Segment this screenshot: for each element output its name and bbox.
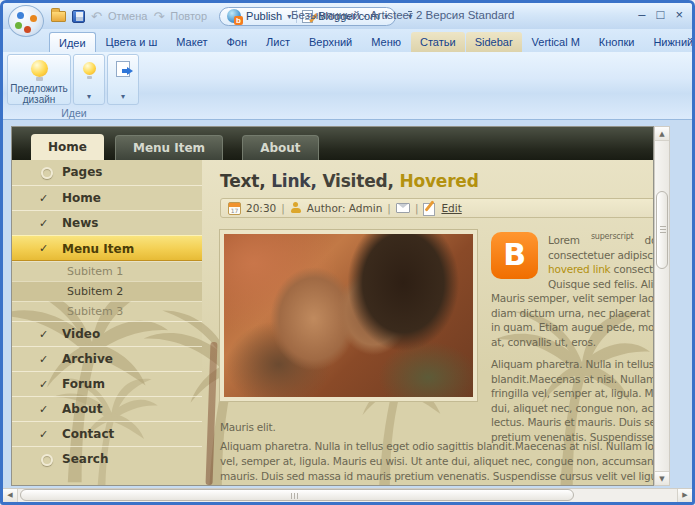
hovered-link[interactable]: hovered link	[548, 263, 610, 275]
suggest-design-label: Предложить дизайн	[8, 83, 70, 105]
scroll-up-icon[interactable]: ▲	[655, 127, 669, 141]
close-button[interactable]: ×	[675, 7, 683, 22]
ideas-group-label: Идеи	[7, 107, 141, 119]
ribbon-tab-menyu[interactable]: Меню	[362, 32, 410, 52]
minimize-button[interactable]: –	[638, 7, 645, 22]
check-icon: ✓	[39, 422, 48, 447]
save-icon[interactable]	[72, 10, 85, 23]
site-tab-about[interactable]: About	[242, 135, 318, 160]
sidebar-item-label: Menu Item	[62, 242, 134, 256]
ribbon-tab-sidebar[interactable]: Sidebar	[466, 32, 522, 52]
article-text-line: lectus. Mauris et mauris. Duis se	[491, 415, 653, 430]
site-tab-menu-item[interactable]: Menu Item	[115, 135, 223, 160]
text-part: dolor	[645, 234, 654, 246]
ribbon-tab-knopki[interactable]: Кнопки	[590, 32, 644, 52]
meta-separator: |	[387, 202, 391, 214]
ribbon-tab-cveta[interactable]: Цвета и ш	[97, 32, 167, 52]
meta-separator: |	[415, 202, 419, 214]
check-icon: ✓	[39, 372, 48, 397]
ribbon-tab-verhnij[interactable]: Верхний	[300, 32, 361, 52]
ring-icon	[41, 454, 53, 466]
article-row: B Loremsuperscriptdolorconsectetuer adip…	[220, 230, 653, 401]
sidebar-item-menu-item[interactable]: ✓Menu Item	[12, 235, 202, 261]
undo-button[interactable]: Отмена	[108, 10, 147, 22]
app-menu-button[interactable]	[8, 5, 44, 37]
titlebar: ↶ Отмена ↷ Повтор Publish ▾ Blogger.com …	[3, 3, 692, 29]
sidebar-item-label: About	[62, 402, 102, 416]
sidebar-item-label: Pages	[62, 165, 102, 179]
sidebar-item-label: Forum	[62, 377, 105, 391]
lightbulb-icon	[31, 60, 48, 77]
vertical-scrollbar[interactable]: ▲ ▼	[654, 126, 670, 486]
sidebar-item-label: Contact	[62, 427, 114, 441]
ribbon-tab-stati[interactable]: Статьи	[411, 32, 465, 52]
ribbon-tab-maket[interactable]: Макет	[167, 32, 216, 52]
email-icon[interactable]	[396, 203, 410, 213]
dropdown-icon[interactable]: ▾	[121, 92, 125, 101]
edit-link[interactable]: Edit	[441, 202, 461, 214]
site-tab-home[interactable]: Home	[31, 134, 104, 160]
sidebar-item-about[interactable]: ✓About	[12, 396, 202, 421]
sidebar-item-video[interactable]: ✓Video	[12, 321, 202, 346]
sidebar-item-archive[interactable]: ✓Archive	[12, 346, 202, 371]
sidebar-item-subitem-3[interactable]: Subitem 3	[12, 301, 202, 321]
redo-button[interactable]: Повтор	[170, 10, 207, 22]
maximize-button[interactable]: □	[657, 7, 665, 22]
article-text-line: fringilla vel, semper at, ligula. Mauris	[491, 386, 653, 401]
post-author: Author: Admin	[307, 202, 383, 214]
dropdown-icon[interactable]: ▾	[87, 92, 91, 101]
sidebar-item-label: Subitem 2	[67, 285, 123, 298]
post-time: 20:30	[246, 202, 276, 214]
check-icon: ✓	[39, 397, 48, 422]
vertical-scroll-thumb[interactable]	[656, 191, 668, 269]
heading-part: Visited,	[322, 171, 399, 191]
ribbon-tabs: ИдеиЦвета и шМакетФонЛистВерхнийМенюСтат…	[49, 32, 695, 52]
text-part: consectetue	[610, 263, 653, 275]
sidebar-item-home[interactable]: ✓Home	[12, 185, 202, 210]
check-icon: ✓	[39, 322, 48, 347]
sidebar-item-search[interactable]: Search	[12, 446, 202, 471]
sidebar-item-label: Subitem 3	[67, 305, 123, 318]
ring-icon	[41, 167, 53, 179]
article-text-line: mauris. Duis sed massa id mauris pretium…	[220, 469, 653, 484]
horizontal-scrollbar[interactable]: ◀ ▶	[3, 488, 692, 503]
article-text-line: in quam. Etiam augue pede, moles	[491, 320, 653, 335]
ideas-group: Предложить дизайн ▾ ▾	[7, 54, 139, 105]
check-icon: ✓	[39, 186, 48, 211]
scroll-right-icon[interactable]: ▶	[677, 489, 692, 502]
article-text-line: blandit.Maecenas at nisl. Nullam lore	[491, 372, 653, 387]
suggest-colors-button[interactable]: ▾	[73, 54, 105, 105]
sidebar-item-forum[interactable]: ✓Forum	[12, 371, 202, 396]
ribbon-tab-nizhnij[interactable]: Нижний к	[644, 32, 695, 52]
horizontal-scroll-thumb[interactable]	[20, 489, 574, 501]
scroll-left-icon[interactable]: ◀	[3, 489, 18, 502]
export-button[interactable]: ▾	[107, 54, 139, 105]
ribbon-tab-idei[interactable]: Идеи	[49, 32, 96, 52]
text-part: Quisque sed felis. Aliqua	[548, 278, 653, 290]
calendar-icon	[228, 202, 241, 215]
meta-separator: |	[281, 202, 285, 214]
scroll-down-icon[interactable]: ▼	[655, 471, 669, 485]
sidebar-item-subitem-1[interactable]: Subitem 1	[12, 261, 202, 281]
sidebar-item-pages[interactable]: Pages	[12, 160, 202, 185]
ribbon-tab-fon[interactable]: Фон	[217, 32, 256, 52]
author-icon	[290, 202, 302, 214]
article-heading: Text, Link, Visited, Hovered	[220, 171, 653, 191]
palette-dot-icon	[17, 12, 24, 19]
sidebar-item-subitem-2[interactable]: Subitem 2	[12, 281, 202, 301]
sidebar-item-contact[interactable]: ✓Contact	[12, 421, 202, 446]
edit-icon[interactable]	[423, 202, 436, 215]
publish-icon	[227, 9, 241, 23]
suggest-design-button[interactable]: Предложить дизайн	[7, 54, 71, 105]
undo-icon[interactable]: ↶	[91, 9, 102, 24]
open-icon[interactable]	[51, 11, 66, 22]
site-content: Text, Link, Visited, Hovered 20:30 | Aut…	[202, 160, 653, 484]
export-icon	[116, 61, 130, 77]
site-sidebar-menu: Pages✓Home✓News✓Menu ItemSubitem 1Subite…	[12, 160, 202, 471]
sidebar-item-news[interactable]: ✓News	[12, 210, 202, 235]
ribbon-tab-list[interactable]: Лист	[257, 32, 299, 52]
ribbon-tab-vertical-menu[interactable]: Vertical M	[523, 32, 589, 52]
redo-icon[interactable]: ↷	[153, 9, 164, 24]
publish-button[interactable]: Publish	[246, 10, 282, 22]
ribbon-tab-row: ИдеиЦвета и шМакетФонЛистВерхнийМенюСтат…	[3, 29, 692, 52]
